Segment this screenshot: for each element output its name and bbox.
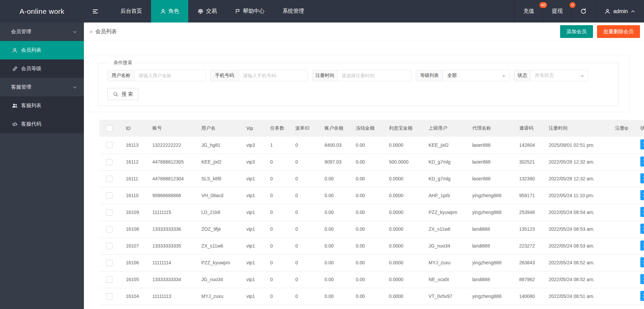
sidebar-group-1[interactable]: 会员管理 <box>0 23 84 41</box>
cell-邀请码: 223272 <box>514 237 544 254</box>
cell-账户余额: 0.00 <box>319 271 351 288</box>
sidebar-item-客服代码[interactable]: 客服代码 <box>0 115 84 133</box>
user-menu[interactable]: admin <box>595 0 644 23</box>
withdraw-label: 提现 <box>552 8 562 15</box>
row-status-button[interactable] <box>640 139 644 149</box>
row-checkbox[interactable] <box>106 276 112 283</box>
cell-利息宝金额: 0.0000 <box>384 221 424 237</box>
search-legend: 条件搜索 <box>110 60 136 66</box>
row-status-button[interactable] <box>640 207 644 217</box>
filter-group-等级列表: 等级列表全部 <box>416 70 510 81</box>
select-all-checkbox[interactable] <box>106 125 112 132</box>
cell-派单ID: 0 <box>290 137 319 153</box>
column-header-账号: 账号 <box>147 120 196 137</box>
sidebar-item-label: 会员等级 <box>21 65 41 72</box>
row-status-button[interactable] <box>640 291 644 301</box>
row-checkbox[interactable] <box>106 260 112 266</box>
cell-冻结金额: 0.00 <box>351 254 384 271</box>
cell-任务数: 0 <box>265 271 290 288</box>
cell-任务数: 0 <box>265 237 290 254</box>
cell-任务数: 0 <box>265 221 290 237</box>
table-row: 16111447888812304SLS_k6filvip1000.000.00… <box>99 170 644 187</box>
cell-注册时间: 2022/05/24 08:54 am. <box>544 204 610 221</box>
refresh-icon <box>580 8 587 14</box>
cell-注册时间: 2022/05/28 12:32 am. <box>544 170 610 187</box>
add-member-button[interactable]: 添加会员 <box>560 25 593 38</box>
cell-冻结金额: 0.00 <box>351 204 384 221</box>
row-checkbox[interactable] <box>106 192 112 199</box>
batch-delete-button[interactable]: 批量删除会员 <box>597 25 640 38</box>
cell-账户余额: 0.00 <box>319 187 351 204</box>
nav-item-2[interactable]: 角色 <box>151 0 188 23</box>
recharge-nav-item[interactable]: 充值 40 <box>514 0 543 23</box>
sidebar-toggle-button[interactable] <box>84 0 107 23</box>
row-checkbox[interactable] <box>106 142 112 148</box>
row-checkbox[interactable] <box>106 226 112 232</box>
cell-邀请码: 253948 <box>514 204 544 221</box>
cell-账号: 447888812304 <box>147 170 196 187</box>
main-content: » 会员列表 添加会员 批量删除会员 条件搜索 用户名称手机号码注册时间等级列表… <box>84 23 644 309</box>
cell-任务数: 0 <box>265 153 290 170</box>
table-row: 1610911111115LD_21k8vip1000.000.000.0000… <box>99 204 644 221</box>
cell-派单ID: 0 <box>290 237 319 254</box>
row-status-button[interactable] <box>640 224 644 234</box>
row-status-button[interactable] <box>640 257 644 267</box>
filter-input-手机号码[interactable] <box>239 70 307 81</box>
cell-利息宝金额: 0.0000 <box>384 271 424 288</box>
row-status-button[interactable] <box>640 173 644 183</box>
filter-input-注册时间[interactable] <box>338 70 411 81</box>
filter-select-状态[interactable]: 所有状态 <box>531 70 588 81</box>
sidebar-item-会员等级[interactable]: 会员等级 <box>0 59 84 78</box>
row-checkbox[interactable] <box>106 293 112 300</box>
cell-注册ip <box>610 137 635 153</box>
search-button[interactable]: 搜 索 <box>107 88 138 100</box>
sidebar-item-客服列表[interactable]: 客服列表 <box>0 96 84 115</box>
user-icon <box>604 8 610 14</box>
row-checkbox[interactable] <box>106 209 112 216</box>
cell-代理名称: landi888 <box>467 221 514 237</box>
cell-账户余额: 0.00 <box>319 288 351 305</box>
cell-邀请码: 140080 <box>514 288 544 305</box>
cell-注册时间: 2022/05/24 11:10 pm. <box>544 187 610 204</box>
row-status-button[interactable] <box>640 157 644 167</box>
cell-账户余额: 0.00 <box>319 237 351 254</box>
cell-ID: 16107 <box>121 237 147 254</box>
cell-账号: 13333333334 <box>147 271 196 288</box>
row-checkbox[interactable] <box>106 159 112 165</box>
cell-上级用户: VT_0v5v97 <box>424 288 467 305</box>
sidebar-group-2[interactable]: 客服管理 <box>0 78 84 96</box>
nav-item-4[interactable]: 帮助中心 <box>226 0 274 23</box>
search-panel: 条件搜索 用户名称手机号码注册时间等级列表全部状态所有状态 搜 索 <box>88 55 629 112</box>
nav-item-5[interactable]: 系统管理 <box>274 0 313 23</box>
cell-用户名: ZX_s11w6 <box>196 237 241 254</box>
row-status-button[interactable] <box>640 190 644 200</box>
filter-input-用户名称[interactable] <box>135 70 205 81</box>
column-header-任务数: 任务数 <box>265 120 290 137</box>
nav-item-1[interactable]: 后台首页 <box>111 0 151 23</box>
cell-代理名称: laoer888 <box>467 170 514 187</box>
row-status-button[interactable] <box>640 240 644 251</box>
withdraw-nav-item[interactable]: 提现 0 <box>543 0 571 23</box>
sidebar-item-会员列表[interactable]: 会员列表 <box>0 41 84 59</box>
row-checkbox[interactable] <box>106 243 112 249</box>
cell-注册ip <box>610 271 635 288</box>
users-icon <box>12 102 18 109</box>
column-header-Vip: Vip <box>241 120 265 137</box>
cell-注册ip <box>610 221 635 237</box>
cell-冻结金额: 0.00 <box>351 187 384 204</box>
cell-Vip: vip1 <box>241 288 265 305</box>
cell-冻结金额: 0.00 <box>351 271 384 288</box>
column-header-冻结金额: 冻结金额 <box>351 120 384 137</box>
column-header-注册ip: 注册ip <box>610 120 635 137</box>
cell-上级用户: NE_xca5t <box>424 271 467 288</box>
cell-任务数: 0 <box>265 187 290 204</box>
nav-item-label: 后台首页 <box>120 8 142 15</box>
filter-select-等级列表[interactable]: 全部 <box>443 70 509 81</box>
row-checkbox[interactable] <box>106 176 112 182</box>
select-value: 全部 <box>447 73 457 79</box>
table-row: 1611313222222222JG_hg81vip3108400.030.00… <box>99 137 644 153</box>
row-status-button[interactable] <box>640 274 644 284</box>
cell-账号: 447888812305 <box>147 153 196 170</box>
cell-Vip: vip1 <box>241 254 265 271</box>
nav-item-3[interactable]: 交易 <box>188 0 226 23</box>
